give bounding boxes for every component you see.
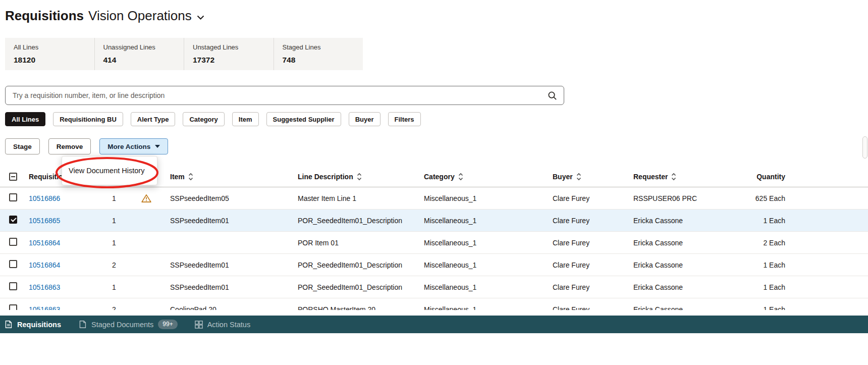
quantity-cell: 1 Each (748, 305, 794, 310)
category-cell: Miscellaneous_1 (415, 194, 544, 202)
requisition-link[interactable]: 10516863 (29, 283, 60, 291)
sort-icon[interactable] (576, 173, 581, 181)
row-checkbox-cell (0, 238, 25, 247)
stat-label: Unassigned Lines (103, 43, 184, 51)
menu-item-view-document-history[interactable]: View Document History (62, 160, 157, 182)
requisition-cell: 10516864 (25, 261, 108, 269)
nav-label: Staged Documents (91, 321, 153, 329)
requisition-link[interactable]: 10516866 (29, 194, 60, 202)
filter-chip-suggested-supplier[interactable]: Suggested Supplier (266, 112, 341, 126)
row-checkbox[interactable] (9, 216, 17, 224)
scrollbar-thumb[interactable] (862, 136, 867, 159)
row-checkbox-cell (0, 304, 25, 310)
column-label: Line Description (298, 173, 353, 181)
stat-label: Staged Lines (283, 43, 363, 51)
requester-cell: Ericka Cassone (625, 239, 748, 247)
item-cell: SSPseededItem01 (161, 261, 289, 269)
caret-down-icon (155, 145, 160, 148)
sort-icon[interactable] (671, 173, 676, 181)
line-description-cell: POR Item 01 (289, 239, 415, 247)
action-status-icon (195, 321, 203, 329)
filter-chip-all-lines[interactable]: All Lines (5, 112, 45, 126)
column-header-item[interactable]: Item (161, 173, 289, 181)
requisition-link[interactable]: 10516864 (29, 261, 60, 269)
row-checkbox[interactable] (9, 282, 17, 290)
filter-chip-alert-type[interactable]: Alert Type (131, 112, 176, 126)
buyer-cell: Clare Furey (544, 194, 625, 202)
stat-card-all-lines: All Lines18120 (5, 38, 95, 70)
column-header-category[interactable]: Category (415, 173, 544, 181)
line-description-cell: Master Item Line 1 (289, 194, 415, 202)
filter-chip-category[interactable]: Category (183, 112, 224, 126)
sort-icon[interactable] (458, 173, 463, 181)
nav-label: Action Status (207, 321, 250, 329)
sort-icon[interactable] (188, 173, 193, 181)
requisition-cell: 10516865 (25, 217, 108, 225)
select-all-cell (0, 173, 25, 181)
item-cell: SSPseededItem01 (161, 283, 289, 291)
requisition-cell: 10516863 (25, 305, 108, 310)
stat-label: All Lines (14, 43, 94, 51)
category-cell: Miscellaneous_1 (415, 217, 544, 225)
select-all-checkbox[interactable] (9, 173, 17, 181)
requisition-cell: 10516866 (25, 194, 108, 202)
row-checkbox[interactable] (9, 304, 17, 310)
requisition-link[interactable]: 10516864 (29, 239, 60, 247)
requisition-cell: 10516864 (25, 239, 108, 247)
buyer-cell: Clare Furey (544, 283, 625, 291)
requisition-link[interactable]: 10516865 (29, 217, 60, 225)
filter-chip-bar: All LinesRequisitioning BUAlert TypeCate… (5, 112, 421, 126)
stage-button[interactable]: Stage (5, 138, 40, 154)
search-input[interactable] (6, 91, 540, 99)
stat-card-unassigned-lines: Unassigned Lines414 (95, 38, 185, 70)
filter-chip-filters[interactable]: Filters (388, 112, 421, 126)
row-checkbox[interactable] (9, 238, 17, 246)
chevron-down-icon[interactable] (197, 15, 204, 20)
requisition-link[interactable]: 10516863 (29, 305, 60, 310)
staged-documents-icon (78, 320, 87, 329)
page-title-context: Vision Operations (88, 8, 192, 24)
stat-value: 18120 (14, 56, 94, 65)
row-checkbox[interactable] (9, 193, 17, 201)
page-title: Requisitions Vision Operations (5, 8, 204, 24)
row-checkbox-cell (0, 282, 25, 292)
line-description-cell: POR_SeededItem01_Description (289, 261, 415, 269)
line-number-cell: 1 (108, 283, 136, 291)
row-checkbox[interactable] (9, 260, 17, 268)
requisitions-icon (4, 320, 13, 329)
item-cell: CoolingPad 20 (161, 305, 289, 310)
nav-item-requisitions[interactable]: Requisitions (0, 316, 70, 333)
staged-documents-count-badge: 99+ (158, 320, 177, 329)
warning-icon (141, 194, 151, 203)
requester-cell: RSSPUSER06 PRC (625, 194, 748, 202)
row-checkbox-cell (0, 193, 25, 203)
quantity-cell: 625 Each (748, 194, 794, 202)
filter-chip-requisitioning-bu[interactable]: Requisitioning BU (53, 112, 123, 126)
search-icon[interactable] (540, 86, 564, 105)
table-row: 105168641POR Item 01Miscellaneous_1Clare… (0, 232, 868, 254)
column-header-line-description[interactable]: Line Description (289, 173, 415, 181)
column-label: Item (170, 173, 185, 181)
filter-chip-buyer[interactable]: Buyer (349, 112, 381, 126)
bottom-nav: RequisitionsStaged Documents99+Action St… (0, 316, 868, 333)
column-header-buyer[interactable]: Buyer (544, 173, 625, 181)
table-body: 105168661SSPseededItem05Master Item Line… (0, 187, 868, 310)
remove-button[interactable]: Remove (48, 138, 91, 154)
category-cell: Miscellaneous_1 (415, 305, 544, 310)
column-label: Buyer (553, 173, 573, 181)
search-bar (5, 86, 564, 105)
category-cell: Miscellaneous_1 (415, 283, 544, 291)
line-description-cell: POR_SeededItem01_Description (289, 217, 415, 225)
stat-value: 414 (103, 56, 184, 65)
requisition-lines-table: RequisitionItemLine DescriptionCategoryB… (0, 166, 868, 310)
table-row: 105168642SSPseededItem01POR_SeededItem01… (0, 254, 868, 276)
row-checkbox-cell (0, 260, 25, 270)
sort-icon[interactable] (357, 173, 362, 181)
column-header-requester[interactable]: Requester (625, 173, 748, 181)
item-cell: SSPseededItem05 (161, 194, 289, 202)
nav-item-action-status[interactable]: Action Status (186, 316, 259, 333)
filter-chip-item[interactable]: Item (232, 112, 259, 126)
more-actions-button[interactable]: More Actions (99, 138, 168, 154)
buyer-cell: Clare Furey (544, 217, 625, 225)
nav-item-staged-documents[interactable]: Staged Documents99+ (70, 316, 186, 333)
